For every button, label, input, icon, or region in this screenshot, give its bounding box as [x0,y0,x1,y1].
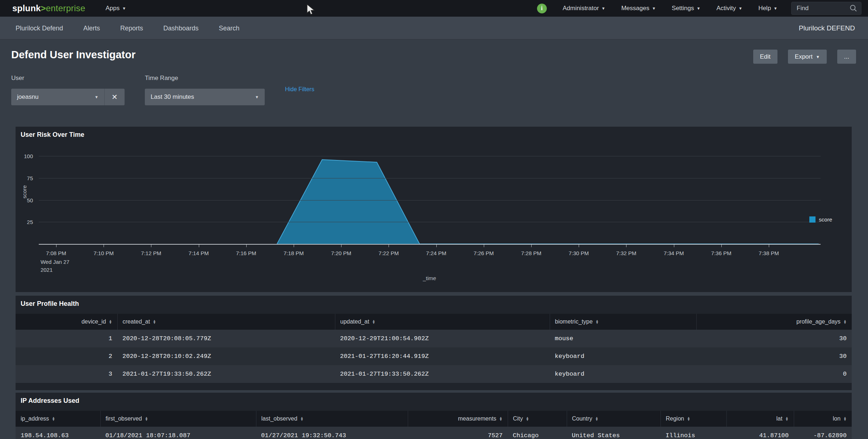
legend-swatch-score[interactable] [809,216,815,223]
column-header-label: created_at [123,318,150,325]
score-area-series [277,160,819,244]
column-header-last_observed[interactable]: last_observed▲▼ [256,411,408,427]
nav-item-dashboards[interactable]: Dashboards [163,25,198,32]
chevron-down-icon: ▼ [773,6,777,10]
sort-icon[interactable]: ▲▼ [499,417,503,421]
x-tick [531,245,532,247]
sort-icon[interactable]: ▲▼ [596,320,599,324]
top-nav-bar: splunk>enterprise Apps ▼ i Administrator… [0,0,868,17]
user-filter-value: joeasnu [17,93,39,101]
column-header-country[interactable]: Country▲▼ [567,411,661,427]
sort-icon[interactable]: ▲▼ [843,417,847,421]
column-header-region[interactable]: Region▲▼ [661,411,726,427]
panel-title-ip-addresses: IP Addresses Used [21,397,79,405]
sort-icon[interactable]: ▲▼ [372,320,376,324]
administrator-menu-label: Administrator [563,5,599,12]
grid-line [39,222,821,222]
hide-filters-link[interactable]: Hide Filters [285,86,314,93]
column-header-updated_at[interactable]: updated_at▲▼ [335,314,550,330]
y-tick-label: 25 [27,219,33,225]
column-header-device_id[interactable]: device_id▲▼ [16,314,117,330]
administrator-menu[interactable]: Administrator▼ [563,5,605,12]
column-header-lon[interactable]: lon▲▼ [794,411,852,427]
sort-icon[interactable]: ▲▼ [595,417,599,421]
column-header-label: Region [666,415,684,422]
time-range-filter-label: Time Range [145,75,265,82]
sort-icon[interactable]: ▲▼ [145,417,148,421]
sort-icon[interactable]: ▲▼ [843,320,847,324]
sort-icon[interactable]: ▲▼ [52,417,55,421]
table-header-row: ip_address▲▼first_observed▲▼last_observe… [16,411,852,427]
sort-icon[interactable]: ▲▼ [526,417,529,421]
cell-profile_age_days: 30 [696,330,852,347]
cell-created_at: 2020-12-28T20:10:02.249Z [117,347,335,365]
chevron-down-icon: ▼ [255,95,259,99]
x-tick [674,245,674,247]
apps-menu[interactable]: Apps ▼ [106,5,126,12]
app-title-label: Plurilock DEFEND [799,24,855,32]
column-header-first_observed[interactable]: first_observed▲▼ [100,411,256,427]
topnav-right-cluster: i Administrator▼ Messages▼ Settings▼ Act… [537,2,861,15]
x-axis-line [39,244,821,245]
activity-menu-label: Activity [716,5,736,12]
nav-item-plurilock-defend[interactable]: Plurilock Defend [16,25,63,32]
help-menu[interactable]: Help▼ [758,5,777,12]
edit-button-label: Edit [760,53,771,60]
x-tick [436,245,437,247]
x-tick-label: 7:36 PM [711,250,731,256]
user-filter-dropdown[interactable]: joeasnu ▼ [11,89,104,105]
legend-label-score: score [819,216,832,223]
y-tick-label: 100 [24,153,33,159]
cell-lat: 41.87100 [726,427,794,439]
sort-icon[interactable]: ▲▼ [687,417,690,421]
cell-biometric_type: keyboard [550,365,696,383]
cell-last_observed: 01/27/2021 19:32:50.743 [256,427,408,439]
cell-biometric_type: keyboard [550,347,696,365]
find-search [791,2,861,15]
splunk-logo[interactable]: splunk>enterprise [12,3,85,13]
sort-icon[interactable]: ▲▼ [109,320,112,324]
cell-lon: -87.62890 [794,427,852,439]
edit-button[interactable]: Edit [753,50,777,64]
column-header-measurements[interactable]: measurements▲▼ [408,411,508,427]
column-header-city[interactable]: City▲▼ [508,411,567,427]
x-tick-label: 7:18 PM [284,250,304,256]
user-filter-clear-button[interactable]: ✕ [104,89,125,105]
help-menu-label: Help [758,5,771,12]
nav-item-reports[interactable]: Reports [120,25,143,32]
info-icon[interactable]: i [537,4,547,13]
sort-icon[interactable]: ▲▼ [153,320,156,324]
time-range-dropdown[interactable]: Last 30 minutes ▼ [145,89,265,105]
cell-created_at: 2021-01-27T19:33:50.262Z [117,365,335,383]
x-tick-label: 7:10 PM [93,250,114,256]
settings-menu[interactable]: Settings▼ [672,5,700,12]
nav-item-alerts[interactable]: Alerts [83,25,100,32]
column-header-ip_address[interactable]: ip_address▲▼ [16,411,100,427]
x-tick [104,245,104,247]
close-icon: ✕ [112,93,118,101]
sort-icon[interactable]: ▲▼ [300,417,303,421]
more-actions-button[interactable]: ... [837,50,856,64]
y-tick-label: 50 [27,197,33,203]
grid-line [39,178,821,178]
panel-title-user-profile-health: User Profile Health [21,300,79,308]
column-header-biometric_type[interactable]: biometric_type▲▼ [550,314,696,330]
x-tick [246,245,247,247]
nav-item-search[interactable]: Search [219,25,239,32]
column-header-profile_age_days[interactable]: profile_age_days▲▼ [696,314,852,330]
column-header-lat[interactable]: lat▲▼ [726,411,794,427]
activity-menu[interactable]: Activity▼ [716,5,742,12]
more-actions-icon: ... [844,53,849,60]
user-profile-health-table: device_id▲▼created_at▲▼updated_at▲▼biome… [16,314,852,383]
column-header-created_at[interactable]: created_at▲▼ [117,314,335,330]
cell-country: United States [567,427,661,439]
export-button[interactable]: Export▼ [788,50,827,64]
column-header-label: biometric_type [555,318,593,325]
cell-region: Illinois [661,427,726,439]
x-tick-label: 7:26 PM [474,250,494,256]
messages-menu[interactable]: Messages▼ [621,5,656,12]
chevron-down-icon: ▼ [601,6,605,10]
chevron-down-icon: ▼ [816,55,820,59]
app-nav-bar: Plurilock Defend Alerts Reports Dashboar… [0,17,868,40]
sort-icon[interactable]: ▲▼ [785,417,789,421]
